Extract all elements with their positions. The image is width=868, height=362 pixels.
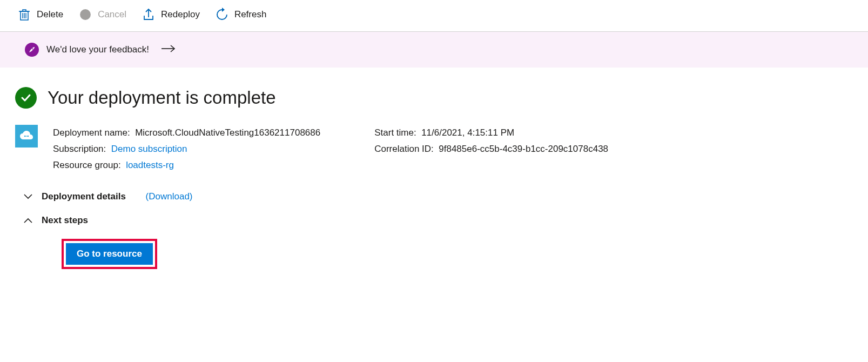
content-area: Your deployment is complete Deployment n… [0, 68, 868, 289]
cancel-label: Cancel [98, 9, 126, 20]
cancel-icon [78, 8, 92, 22]
correlation-id-label: Correlation ID: [374, 144, 434, 154]
refresh-icon [215, 8, 229, 22]
start-time-label: Start time: [374, 128, 416, 138]
correlation-id-value: 9f8485e6-cc5b-4c39-b1cc-209c1078c438 [439, 144, 608, 154]
go-to-resource-highlight: Go to resource [62, 239, 157, 269]
resource-group-link[interactable]: loadtests-rg [126, 160, 174, 170]
download-link[interactable]: (Download) [146, 191, 193, 202]
details-right-col: Start time: 11/6/2021, 4:15:11 PM Correl… [374, 125, 608, 173]
redeploy-icon [142, 8, 156, 22]
subscription-label: Subscription: [53, 144, 106, 154]
next-steps-expander[interactable]: Next steps [15, 215, 853, 226]
deployment-name-value: Microsoft.CloudNativeTesting163621170868… [135, 128, 320, 138]
resource-type-icon [15, 125, 38, 148]
title-row: Your deployment is complete [15, 87, 853, 109]
trash-icon [17, 8, 31, 22]
refresh-button[interactable]: Refresh [215, 8, 267, 22]
details-columns: Deployment name: Microsoft.CloudNativeTe… [53, 125, 853, 173]
resource-group-label: Resource group: [53, 160, 121, 170]
chevron-up-icon [23, 218, 33, 223]
success-check-icon [15, 87, 37, 109]
svg-point-2 [32, 49, 33, 50]
rocket-icon [25, 43, 39, 57]
redeploy-button[interactable]: Redeploy [142, 8, 200, 22]
chevron-down-icon [23, 194, 33, 199]
details-left-col: Deployment name: Microsoft.CloudNativeTe… [53, 125, 320, 173]
go-to-resource-button[interactable]: Go to resource [66, 243, 153, 265]
refresh-label: Refresh [234, 9, 267, 20]
next-steps-label: Next steps [42, 215, 88, 226]
delete-button[interactable]: Delete [17, 8, 63, 22]
cancel-button: Cancel [78, 8, 126, 22]
feedback-text: We'd love your feedback! [46, 44, 149, 55]
page-title: Your deployment is complete [48, 88, 276, 108]
deployment-details-expander[interactable]: Deployment details (Download) [15, 191, 853, 202]
start-time-value: 11/6/2021, 4:15:11 PM [421, 128, 514, 138]
details-section: Deployment name: Microsoft.CloudNativeTe… [15, 125, 853, 173]
redeploy-label: Redeploy [161, 9, 200, 20]
toolbar: Delete Cancel Redeploy Refresh [0, 0, 868, 32]
arrow-right-icon [161, 44, 176, 55]
delete-label: Delete [37, 9, 63, 20]
feedback-banner[interactable]: We'd love your feedback! [0, 32, 868, 68]
deployment-name-label: Deployment name: [53, 128, 130, 138]
deployment-details-label: Deployment details [42, 191, 126, 202]
subscription-link[interactable]: Demo subscription [111, 144, 187, 154]
